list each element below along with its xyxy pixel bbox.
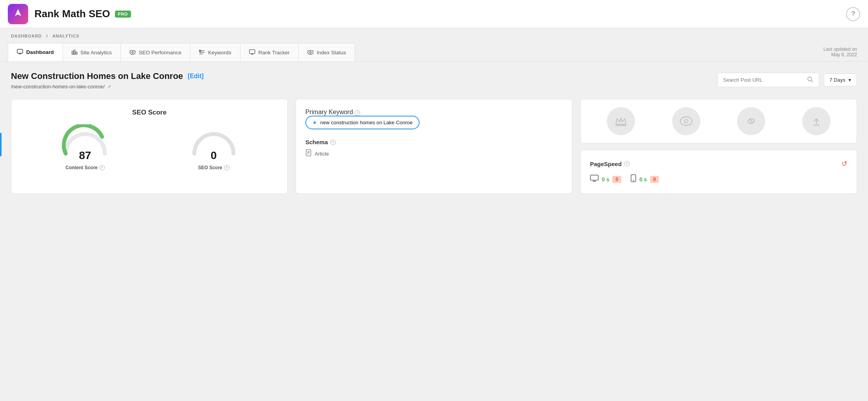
svg-rect-32 (590, 175, 598, 180)
seo-score-card: SEO Score 87 Con (11, 99, 288, 194)
eye-scan-icon (129, 49, 136, 56)
schema-help[interactable]: ? (330, 140, 336, 145)
link-metric-icon (737, 107, 765, 135)
tabs: Dashboard Site Analytics SE (8, 43, 355, 61)
mobile-speed-value: 0 s (639, 176, 647, 183)
main-content: New Construction Homes on Lake Conroe [E… (0, 61, 868, 203)
tab-dashboard-label: Dashboard (26, 49, 54, 55)
tab-index-status-label: Index Status (317, 50, 346, 55)
keyword-tag[interactable]: ★ new construction homes on Lake Conroe (305, 116, 420, 129)
monitor-icon (17, 49, 23, 55)
primary-keyword-section: Primary Keyword ? (305, 109, 563, 116)
last-updated: Last updated on May 6, 2022 (823, 47, 860, 61)
tab-dashboard[interactable]: Dashboard (8, 43, 63, 61)
days-filter[interactable]: 7 Days ▾ (824, 73, 857, 86)
app-title: Rank Math SEO (34, 8, 110, 20)
url-text: /new-construction-homes-on-lake-conroe/ (11, 84, 105, 90)
tab-rank-tracker-label: Rank Tracker (258, 50, 290, 55)
content-score-help[interactable]: ? (99, 165, 105, 170)
svg-point-28 (680, 117, 692, 125)
svg-rect-4 (74, 50, 75, 54)
tab-site-analytics[interactable]: Site Analytics (63, 43, 121, 61)
svg-line-9 (135, 50, 135, 51)
list-icon (199, 49, 205, 56)
svg-point-29 (684, 120, 688, 123)
page-controls: 7 Days ▾ (717, 73, 857, 87)
right-column: PageSpeed ? ↺ 0 s (580, 99, 857, 194)
keyword-text: new construction homes on Lake Conroe (320, 120, 412, 125)
edit-link[interactable]: [Edit] (188, 73, 204, 80)
tab-site-analytics-label: Site Analytics (81, 50, 112, 55)
crown-metric-icon (607, 107, 635, 135)
bar-chart-icon (72, 49, 77, 56)
mobile-speed: 0 s 0 (631, 174, 659, 184)
mobile-icon (631, 174, 636, 184)
schema-value: Article (305, 149, 563, 158)
breadcrumb-bar: DASHBOARD / ANALYTICS (0, 28, 868, 38)
seo-score-gauge: 0 SEO Score ? (188, 124, 239, 170)
breadcrumb-dashboard[interactable]: DASHBOARD (11, 34, 42, 38)
primary-keyword-label: Primary Keyword (305, 109, 353, 115)
pagespeed-card: PageSpeed ? ↺ 0 s (580, 150, 857, 194)
seo-score-help[interactable]: ? (224, 165, 230, 170)
breadcrumb: DASHBOARD / ANALYTICS (11, 34, 857, 38)
help-button[interactable]: ? (846, 7, 860, 21)
svg-line-19 (308, 50, 308, 51)
tab-index-status[interactable]: Index Status (299, 43, 355, 61)
schema-value-text: Article (315, 151, 329, 157)
content-score-label: Content Score ? (60, 165, 111, 170)
page-url: /new-construction-homes-on-lake-conroe/ … (11, 84, 711, 90)
eye-metric-icon (672, 107, 700, 135)
svg-point-36 (633, 180, 634, 181)
days-filter-label: 7 Days (830, 77, 845, 83)
tab-keywords-label: Keywords (208, 50, 231, 55)
last-updated-label: Last updated on (823, 47, 857, 52)
gauges-row: 87 Content Score ? (21, 124, 278, 170)
svg-rect-3 (72, 51, 73, 54)
speed-metrics: 0 s 0 0 s 0 (590, 174, 847, 184)
star-icon: ★ (312, 120, 317, 125)
primary-keyword-help[interactable]: ? (355, 110, 360, 116)
logo-icon (13, 7, 23, 21)
accent-bar (0, 133, 2, 156)
document-icon (305, 149, 312, 158)
desktop-speed-score: 0 (612, 176, 621, 183)
cards-row: SEO Score 87 Con (11, 99, 857, 194)
page-title-text: New Construction Homes on Lake Conroe (11, 71, 183, 81)
metric-icons-card (580, 99, 857, 143)
page-header: New Construction Homes on Lake Conroe [E… (11, 71, 857, 90)
refresh-icon[interactable]: ↺ (841, 159, 847, 168)
svg-point-7 (132, 52, 133, 53)
tab-seo-performance[interactable]: SEO Performance (121, 43, 191, 61)
app-logo (8, 4, 28, 24)
keyword-card: Primary Keyword ? ★ new construction hom… (296, 99, 572, 194)
svg-point-18 (310, 52, 311, 53)
tab-rank-tracker[interactable]: Rank Tracker (240, 43, 299, 61)
svg-point-21 (808, 77, 812, 81)
seo-score-title: SEO Score (21, 109, 278, 116)
svg-line-20 (312, 50, 313, 51)
pagespeed-title: PageSpeed ? (590, 161, 629, 167)
content-score-gauge: 87 Content Score ? (60, 124, 111, 170)
svg-line-22 (811, 81, 813, 82)
mobile-speed-score: 0 (650, 176, 659, 183)
tab-keywords[interactable]: Keywords (190, 43, 240, 61)
index-status-icon (307, 49, 314, 56)
app-header: Rank Math SEO PRO ? (0, 0, 868, 28)
search-icon (807, 76, 813, 84)
page-title-area: New Construction Homes on Lake Conroe [E… (11, 71, 711, 90)
tab-seo-performance-label: SEO Performance (139, 50, 182, 55)
page-title: New Construction Homes on Lake Conroe [E… (11, 71, 711, 81)
desktop-speed: 0 s 0 (590, 175, 621, 184)
breadcrumb-analytics[interactable]: ANALYTICS (52, 34, 79, 38)
search-box[interactable] (717, 73, 819, 87)
svg-line-8 (130, 50, 131, 51)
schema-label: Schema ? (305, 139, 563, 145)
external-link-icon[interactable]: ↗ (107, 84, 111, 90)
search-input[interactable] (723, 77, 804, 83)
desktop-icon (590, 175, 599, 184)
rank-tracker-icon (249, 49, 255, 56)
seo-score-label: SEO Score ? (188, 165, 239, 170)
pagespeed-help[interactable]: ? (624, 161, 629, 166)
schema-section: Schema ? Article (305, 139, 563, 158)
